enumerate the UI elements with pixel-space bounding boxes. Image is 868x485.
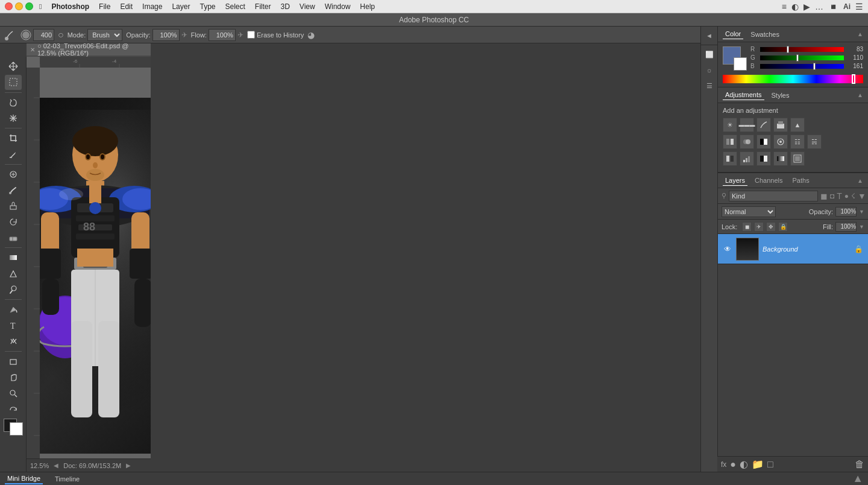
healing-brush-tool[interactable] (5, 167, 22, 182)
add-mask-button[interactable]: ● (730, 459, 736, 470)
hsl-adj-icon[interactable] (723, 135, 737, 149)
flow-input[interactable] (209, 29, 236, 41)
tab-channels[interactable]: Channels (752, 176, 785, 185)
foreground-background-colors[interactable] (4, 419, 23, 436)
menu-file[interactable]: File (95, 2, 114, 11)
panel-expand-button[interactable]: ▲ (852, 472, 863, 485)
brush-tool-icon[interactable] (4, 28, 17, 42)
tab-adjustments[interactable]: Adjustments (723, 90, 764, 100)
dodge-tool[interactable] (5, 282, 22, 297)
filter-pixel-icon[interactable]: ◼ (820, 191, 828, 201)
fill-arrow[interactable]: ▼ (859, 224, 864, 230)
new-group-button[interactable]: 📁 (752, 458, 764, 470)
green-slider-track[interactable] (760, 55, 844, 60)
nav-arrow-prev[interactable]: ◀ (54, 462, 58, 469)
erase-history-checkbox[interactable] (247, 31, 255, 39)
menu-view[interactable]: View (296, 2, 319, 11)
layer-background-item[interactable]: 👁 Background 🔒 (718, 234, 868, 264)
green-slider-thumb[interactable] (796, 54, 799, 62)
filter-shape-icon[interactable]: ● (844, 192, 849, 200)
shape-tool[interactable] (5, 354, 22, 369)
magic-wand-tool[interactable] (5, 111, 22, 125)
red-slider-thumb[interactable] (787, 46, 789, 53)
canvas-viewport[interactable]: 88 (40, 68, 151, 472)
tab-mini-bridge[interactable]: Mini Bridge (5, 474, 43, 484)
filter-adj-icon[interactable]: ◘ (830, 192, 834, 200)
menu-window[interactable]: Window (321, 2, 354, 11)
new-adjustment-layer-button[interactable]: ◐ (740, 458, 748, 470)
maximize-button[interactable] (25, 2, 33, 10)
tab-layers[interactable]: Layers (723, 176, 747, 186)
color-spectrum[interactable] (723, 75, 863, 83)
blur-tool[interactable] (5, 266, 22, 281)
mode-select[interactable]: Brush Pencil Block (87, 29, 122, 41)
nav-arrow-next[interactable]: ▶ (126, 462, 131, 469)
layers-panel-icon-button[interactable]: ☰ (703, 79, 716, 92)
opacity-input[interactable] (153, 29, 180, 41)
menu-photoshop[interactable]: Photoshop (48, 2, 93, 11)
apple-menu[interactable]:  (36, 2, 45, 11)
gradientmap-adj-icon[interactable] (773, 151, 788, 166)
opacity-arrow[interactable]: ▼ (859, 209, 864, 215)
tab-close-button[interactable]: ✕ (30, 46, 35, 53)
tab-swatches[interactable]: Swatches (748, 30, 782, 39)
stamp-tool[interactable] (5, 198, 22, 213)
adjustments-collapse[interactable]: ▲ (857, 92, 863, 98)
lock-transparent-button[interactable]: ◼ (742, 222, 752, 232)
menu-edit[interactable]: Edit (116, 2, 136, 11)
pen-tool[interactable] (5, 302, 22, 317)
spectrum-thumb[interactable] (852, 74, 855, 84)
menu-type[interactable]: Type (196, 2, 219, 11)
invert-adj-icon[interactable] (723, 151, 737, 166)
colorbalance-adj-icon[interactable] (740, 135, 754, 149)
add-style-button[interactable]: fx (721, 460, 726, 469)
curves-adj-icon[interactable] (756, 118, 771, 132)
history-brush-tool[interactable] (5, 215, 22, 229)
minimize-button[interactable] (15, 2, 23, 10)
exposure-adj-icon[interactable] (773, 118, 788, 132)
red-slider-track[interactable] (760, 47, 844, 52)
menu-3d[interactable]: 3D (277, 2, 294, 11)
rotate-view-tool[interactable] (5, 403, 22, 417)
layers-panel-collapse[interactable]: ▲ (857, 177, 863, 184)
path-selection-tool[interactable] (5, 334, 22, 349)
text-tool[interactable]: T (5, 318, 22, 332)
menu-layer[interactable]: Layer (168, 2, 193, 11)
filter-type-icon[interactable]: T (837, 191, 842, 201)
brush-tool[interactable] (5, 183, 22, 197)
blue-slider-track[interactable] (760, 64, 844, 69)
posterize-adj-icon[interactable] (740, 151, 754, 166)
layer-visibility-eye[interactable]: 👁 (723, 244, 732, 254)
tab-timeline[interactable]: Timeline (52, 474, 82, 484)
lock-position-button[interactable]: ✥ (766, 222, 776, 232)
blue-slider-thumb[interactable] (813, 63, 816, 70)
blend-mode-select[interactable]: Normal Multiply Screen Overlay (722, 206, 776, 217)
color-panel-icon-button[interactable]: ⬜ (703, 48, 716, 61)
photofilter-adj-icon[interactable] (773, 135, 788, 149)
tab-styles[interactable]: Styles (769, 90, 792, 100)
hand-tool[interactable] (5, 370, 22, 384)
tab-paths[interactable]: Paths (790, 176, 812, 185)
move-tool[interactable] (5, 59, 22, 74)
eraser-tool[interactable] (5, 230, 22, 245)
fill-value-input[interactable] (835, 222, 857, 232)
collapse-to-icons-button[interactable]: ◄ (703, 29, 716, 42)
brightness-adj-icon[interactable]: ☀ (723, 118, 737, 132)
crop-tool[interactable] (5, 131, 22, 145)
background-swatch[interactable] (734, 57, 747, 71)
marquee-tool[interactable] (5, 75, 22, 89)
menu-image[interactable]: Image (139, 2, 166, 11)
spray-icon[interactable]: ◕ (307, 30, 315, 40)
lasso-tool[interactable] (5, 95, 22, 110)
menu-filter[interactable]: Filter (251, 2, 275, 11)
filter-smartobj-icon[interactable]: ☇ (851, 192, 855, 200)
adjustments-panel-icon-button[interactable]: ☼ (703, 63, 716, 77)
close-button[interactable] (5, 2, 13, 10)
lock-paint-button[interactable]: ✈ (754, 222, 764, 232)
menu-help[interactable]: Help (356, 2, 379, 11)
lock-all-button[interactable]: 🔒 (778, 222, 788, 232)
layers-kind-filter[interactable] (729, 191, 818, 201)
tab-color[interactable]: Color (723, 29, 743, 39)
document-tab[interactable]: ✕ ○ 02-03_Trevor606-Edit.psd @ 12.5% (RG… (27, 43, 151, 57)
eyedropper-tool[interactable] (5, 147, 22, 161)
